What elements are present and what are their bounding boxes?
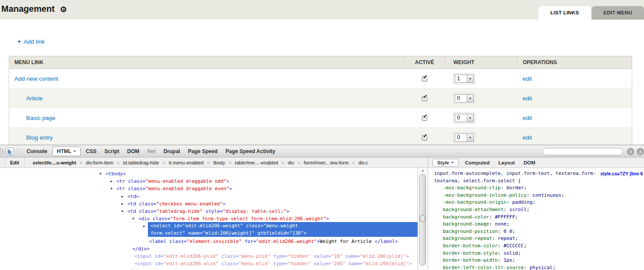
firebug-tab-net[interactable]: Net xyxy=(143,147,159,156)
css-property: background-position xyxy=(443,229,498,234)
firebug-tab-html[interactable]: HTML▼ xyxy=(52,147,80,156)
edit-link[interactable]: edit xyxy=(523,75,532,82)
weight-value: 0 xyxy=(455,134,467,140)
tree-node[interactable]: <tr class="menu-enabled draggable odd"> xyxy=(116,178,229,185)
css-rule-line[interactable]: border-bottom-width: 1px; xyxy=(434,257,644,264)
scrollbar[interactable]: ▲ xyxy=(418,168,428,270)
firebug-tab-dom[interactable]: DOM xyxy=(123,147,143,156)
firebug-tab-script[interactable]: Script xyxy=(100,147,123,156)
twisty-right-icon[interactable]: ▶ xyxy=(121,194,123,199)
column-header-weight: WEIGHT xyxy=(445,56,517,69)
contextual-target-icon[interactable] xyxy=(61,7,66,12)
breadcrumb-item[interactable]: select#e…u-weight xyxy=(33,160,76,165)
enabled-checkbox[interactable]: ✓ xyxy=(422,96,427,101)
twisty-right-icon[interactable]: ▶ xyxy=(143,224,145,229)
firebug-logo-icon[interactable] xyxy=(0,148,3,155)
tree-node[interactable]: <label class="element-invisible" for="ed… xyxy=(149,238,398,245)
tree-node[interactable]: <td> xyxy=(127,193,139,200)
firebug-pathbar: Edit select#e…u-weight<div.form-item<td.… xyxy=(0,157,644,168)
enabled-checkbox[interactable]: ✓ xyxy=(422,76,427,82)
css-rule-line[interactable]: border-bottom-style: solid; xyxy=(434,250,644,257)
tree-node[interactable]: </td> xyxy=(127,268,141,270)
css-property: border-bottom-width xyxy=(443,257,498,263)
menu-link[interactable]: Add new content xyxy=(14,75,58,82)
css-rule-line[interactable]: background-position: 0 0; xyxy=(434,228,644,236)
scrollbar-thumb[interactable] xyxy=(419,174,426,266)
twisty-right-icon[interactable]: ▶ xyxy=(110,179,113,184)
enabled-checkbox[interactable]: ✓ xyxy=(422,116,427,121)
twisty-right-icon[interactable]: ▶ xyxy=(121,202,123,207)
css-rule-line[interactable]: background-repeat: repeat; xyxy=(434,235,644,243)
tab-list-links[interactable]: LIST LINKS xyxy=(538,6,591,20)
css-rule-line[interactable]: -moz-background-clip: border; xyxy=(434,185,644,192)
style-tab-style[interactable]: Style▼ xyxy=(432,159,459,167)
column-header-operations: OPERATIONS xyxy=(517,56,632,69)
twisty-down-icon[interactable]: ▼ xyxy=(99,171,102,177)
dropdown-arrow-icon: ▼ xyxy=(467,75,473,82)
tree-node[interactable]: <td class="checkbox menu-enabled"> xyxy=(127,200,226,208)
css-rule-line[interactable]: -moz-background-origin: padding; xyxy=(434,199,644,206)
breadcrumb-separator: < xyxy=(79,160,82,165)
breadcrumb-item[interactable]: div xyxy=(288,160,294,165)
style-tab-dom[interactable]: DOM xyxy=(519,159,540,166)
operations-cell: edit xyxy=(517,89,632,108)
enabled-checkbox[interactable]: ✓ xyxy=(422,135,427,140)
firebug-tab-css[interactable]: CSS xyxy=(82,147,101,156)
breadcrumb-item[interactable]: tbody xyxy=(213,160,225,165)
edit-link[interactable]: edit xyxy=(523,95,532,102)
detach-button-chevron-up-icon[interactable]: ∧ xyxy=(637,148,644,155)
css-value: none xyxy=(495,221,507,227)
css-rule-line[interactable]: -moz-background-inline-policy: continuou… xyxy=(434,192,644,199)
weight-select[interactable]: 1▼ xyxy=(453,73,475,84)
plus-icon: + xyxy=(17,38,21,45)
stylesheet-source-link[interactable]: style.css?ZY (line 6 xyxy=(600,170,643,178)
edit-button[interactable]: Edit xyxy=(4,158,25,167)
weight-select[interactable]: 0▼ xyxy=(453,113,475,123)
add-link[interactable]: +Add link xyxy=(17,38,45,45)
breadcrumb-item[interactable]: div.form-item xyxy=(86,160,113,165)
tree-node[interactable]: <div class="form-item form-type-select f… xyxy=(138,215,329,222)
css-rule-line[interactable]: border-bottom-color: #CCCCCC; xyxy=(434,243,644,250)
weight-select[interactable]: 0▼ xyxy=(453,93,475,104)
tree-node[interactable]: <input id="edit-mlid206-mlid" class="men… xyxy=(134,260,412,267)
firebug-tab-page-speed-activity[interactable]: Page Speed Activity xyxy=(222,147,279,156)
scrollbar-up-icon[interactable]: ▲ xyxy=(418,169,428,172)
css-property: -moz-background-clip xyxy=(443,185,500,191)
menu-link[interactable]: Blog entry xyxy=(26,134,53,141)
css-rule-line[interactable]: border-left-color-ltr-source: physical; xyxy=(434,264,644,270)
tree-node[interactable]: </div> xyxy=(132,245,150,253)
menu-link[interactable]: Basic page xyxy=(26,115,55,121)
edit-link[interactable]: edit xyxy=(523,134,532,141)
style-tab-computed[interactable]: Computed xyxy=(460,159,494,166)
tree-node[interactable]: <td class="tabledrag-hide" style="displa… xyxy=(127,208,289,215)
tree-node[interactable]: <tbody> xyxy=(106,170,126,178)
firebug-tabs: ConsoleHTML▼CSSScriptDOMNetDrupalPage Sp… xyxy=(23,147,279,156)
selected-node[interactable]: <select id="edit-mlid206-weight" class="… xyxy=(148,222,418,237)
weight-select[interactable]: 0▼ xyxy=(453,132,475,143)
firebug-search-input[interactable] xyxy=(542,148,623,155)
css-rule-line[interactable]: background-color: #FFFFFF; xyxy=(434,214,644,221)
twisty-down-icon[interactable]: ▼ xyxy=(132,216,134,222)
breadcrumb-item[interactable]: div.c xyxy=(358,160,368,165)
edit-link[interactable]: edit xyxy=(523,115,532,121)
menu-link[interactable]: Article xyxy=(26,95,43,102)
css-rule-line[interactable]: background-image: none; xyxy=(434,221,644,228)
tree-node[interactable]: <input id="edit-mlid206-plid" class="men… xyxy=(134,253,409,260)
firebug-tab-page-speed[interactable]: Page Speed xyxy=(184,147,222,156)
style-tab-layout[interactable]: Layout xyxy=(494,159,519,166)
firebug-toolbar: ConsoleHTML▼CSSScriptDOMNetDrupalPage Sp… xyxy=(0,146,644,157)
css-property: background-color xyxy=(443,214,489,220)
breadcrumb-item[interactable]: tr.menu-enabled xyxy=(169,160,204,165)
twisty-down-icon[interactable]: ▼ xyxy=(121,209,123,214)
firebug-tab-drupal[interactable]: Drupal xyxy=(160,147,184,156)
tab-edit-menu[interactable]: EDIT MENU xyxy=(592,6,644,20)
twisty-down-icon[interactable]: ▼ xyxy=(110,186,113,191)
breadcrumb-item[interactable]: form#men…iew-form xyxy=(304,160,349,165)
minimize-button-chevron-down-icon[interactable]: ∨ xyxy=(627,148,634,155)
breadcrumb-item[interactable]: table#me…-enabled xyxy=(235,160,278,165)
tree-node[interactable]: <tr class="menu-enabled draggable even"> xyxy=(116,185,232,192)
firebug-tab-console[interactable]: Console xyxy=(23,147,51,156)
css-rule-line[interactable]: background-attachment: scroll; xyxy=(434,206,644,214)
inspect-cursor-icon[interactable] xyxy=(5,147,14,156)
breadcrumb-item[interactable]: td.tabledrag-hide xyxy=(123,160,159,165)
